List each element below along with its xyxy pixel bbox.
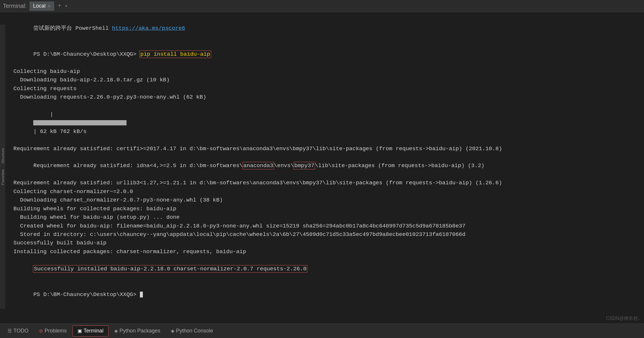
sidebar-favorites-label: Favorites (1, 169, 5, 185)
tab-local[interactable]: Local ✕ (29, 1, 54, 11)
info-text-1: 尝试新的跨平台 PowerShell (33, 25, 112, 31)
terminal-line-14: Building wheel for baidu-aip (setup.py) … (13, 213, 638, 222)
bottom-tab-python-packages[interactable]: ◈ Python Packages (110, 325, 165, 337)
terminal-tab-icon: ▣ (78, 328, 82, 334)
terminal-line-12: Downloading charset_normalizer-2.0.7-py3… (13, 196, 638, 204)
terminal-line-15: Created wheel for baidu-aip: filename=ba… (13, 222, 638, 230)
cmd-pip-install: pip install baidu-aip (140, 51, 210, 58)
cursor (140, 292, 143, 297)
tab-local-label: Local (33, 3, 45, 9)
todo-icon: ☰ (8, 328, 12, 334)
req-text-9b: \envs\ (274, 162, 294, 169)
final-prompt: PS D:\BM-Chauncey\Desktop\XXQG> (33, 291, 140, 298)
terminal-line-10: Requirement already satisfied: urllib3<1… (13, 179, 638, 187)
terminal-line-4: Downloading baidu-aip-2.2.18.0.tar.gz (1… (13, 76, 638, 84)
progress-suffix: | 62 kB 762 kB/s (33, 128, 86, 135)
prompt-2: PS D:\BM-Chauncey\Desktop\XXQG> (33, 51, 140, 57)
problems-label: Problems (45, 328, 67, 334)
terminal-line-19: Successfully installed baidu-aip-2.2.18.… (13, 256, 638, 282)
bottom-bar: ☰ TODO ⊘ Problems ▣ Terminal ◈ Python Pa… (0, 323, 644, 338)
tab-dropdown-button[interactable]: ▾ (65, 3, 68, 9)
req-text-9a: Requirement already satisfied: idna<4,>=… (33, 162, 243, 169)
bottom-tab-todo[interactable]: ☰ TODO (3, 325, 33, 337)
terminal-line-7: | | 62 kB 762 kB/s (13, 101, 638, 144)
terminal-line-1: 尝试新的跨平台 PowerShell https://aka.ms/pscore… (13, 16, 638, 41)
sidebar-structure-label: Structure (1, 148, 5, 164)
terminal-line-18: Installing collected packages: charset-n… (13, 248, 638, 256)
terminal-line-9: Requirement already satisfied: idna<4,>=… (13, 153, 638, 179)
python-packages-icon: ◈ (114, 328, 118, 334)
tab-add-button[interactable]: + (56, 3, 63, 9)
terminal-line-5: Collecting requests (13, 85, 638, 93)
terminal-area[interactable]: 尝试新的跨平台 PowerShell https://aka.ms/pscore… (5, 12, 644, 323)
success-install-box: Successfully installed baidu-aip-2.2.18.… (33, 265, 307, 272)
left-sidebar: Structure Favorites (0, 24, 5, 309)
bmpy37-box: bmpy37 (294, 162, 315, 169)
pscore-link[interactable]: https://aka.ms/pscore6 (112, 25, 185, 31)
python-console-icon: ◈ (171, 328, 174, 334)
python-packages-label: Python Packages (120, 328, 160, 334)
terminal-line-13: Building wheels for collected packages: … (13, 205, 638, 213)
tab-close-icon[interactable]: ✕ (47, 4, 51, 8)
watermark: CSDN@烤羊程.. (606, 316, 641, 322)
terminal-label: Terminal: (3, 3, 27, 9)
download-progress-bar (33, 120, 127, 125)
terminal-line-11: Collecting charset-normalizer~=2.0.0 (13, 188, 638, 196)
todo-label: TODO (13, 328, 29, 334)
bottom-tab-problems[interactable]: ⊘ Problems (34, 325, 71, 337)
req-text-9c: \lib\site-packages (from requests->baidu… (315, 162, 485, 169)
terminal-tab-label: Terminal (84, 328, 103, 334)
terminal-line-16: Stored in directory: c:\users\chauncey--… (13, 230, 638, 239)
terminal-line-17: Successfully built baidu-aip (13, 239, 638, 247)
terminal-line-3: Collecting baidu-aip (13, 67, 638, 76)
tab-bar: Terminal: Local ✕ + ▾ (0, 0, 644, 12)
bottom-tab-python-console[interactable]: ◈ Python Console (166, 325, 218, 337)
terminal-line-8: Requirement already satisfied: certifi>=… (13, 145, 638, 153)
progress-prefix: | (33, 111, 53, 118)
terminal-line-20: PS D:\BM-Chauncey\Desktop\XXQG> (13, 282, 638, 308)
anaconda3-box: anaconda3 (243, 162, 274, 169)
terminal-line-2: PS D:\BM-Chauncey\Desktop\XXQG> pip inst… (13, 41, 638, 67)
problems-icon: ⊘ (39, 328, 43, 334)
terminal-line-6: Downloading requests-2.26.0-py2.py3-none… (13, 93, 638, 101)
bottom-tab-terminal[interactable]: ▣ Terminal (73, 325, 108, 337)
python-console-label: Python Console (176, 328, 213, 334)
